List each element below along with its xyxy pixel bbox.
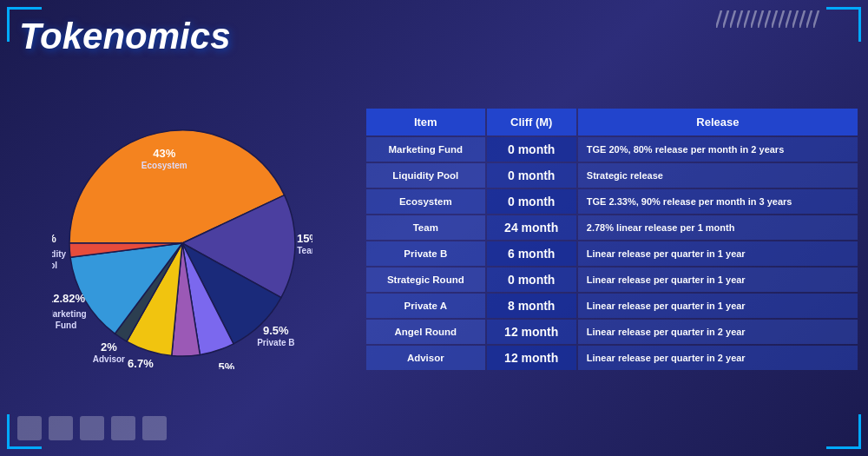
cell-cliff: 24 month — [487, 215, 576, 240]
svg-text:5%: 5% — [219, 360, 235, 369]
cell-release: 2.78% linear release per 1 month — [578, 215, 858, 240]
svg-text:9.5%: 9.5% — [263, 324, 289, 337]
cell-item: Marketing Fund — [366, 137, 485, 162]
cell-release: TGE 2.33%, 90% release per month in 3 ye… — [578, 189, 858, 214]
col-header-item: Item — [366, 109, 485, 135]
corner-decoration-br — [826, 414, 861, 449]
cell-release: Linear release per quarter in 2 year — [578, 346, 858, 370]
table-row: Liquidity Pool0 monthStrategic release — [366, 163, 858, 188]
cell-cliff: 12 month — [487, 320, 576, 344]
diagonal-lines-decoration — [716, 10, 820, 28]
cell-item: Strategic Round — [366, 268, 485, 292]
table-row: Private B6 monthLinear release per quart… — [366, 241, 858, 266]
table-row: Strategic Round0 monthLinear release per… — [366, 268, 858, 292]
cell-cliff: 6 month — [487, 241, 576, 266]
table-row: Advisor12 monthLinear release per quarte… — [366, 346, 858, 370]
square-5 — [142, 416, 167, 440]
cell-item: Angel Round — [366, 320, 485, 344]
corner-decoration-tr — [826, 7, 861, 42]
table-row: Angel Round12 monthLinear release per qu… — [366, 320, 858, 344]
cell-release: TGE 20%, 80% release per month in 2 year… — [578, 137, 858, 162]
svg-text:Team: Team — [297, 246, 312, 255]
cell-cliff: 8 month — [487, 294, 576, 318]
tokenomics-table: Item Cliff (M) Release Marketing Fund0 m… — [365, 107, 859, 372]
corner-decoration-tl — [7, 7, 42, 42]
pie-chart: 43%Ecosystem15%Team9.5%Private B5%Strate… — [52, 109, 312, 369]
table-row: Team24 month2.78% linear release per 1 m… — [366, 215, 858, 240]
table-row: Ecosystem0 monthTGE 2.33%, 90% release p… — [366, 189, 858, 214]
cell-item: Ecosystem — [366, 189, 485, 214]
square-2 — [49, 416, 73, 440]
table-section: Item Cliff (M) Release Marketing Fund0 m… — [365, 65, 859, 413]
svg-text:Fund: Fund — [56, 321, 76, 330]
square-3 — [80, 416, 104, 440]
svg-text:2%: 2% — [101, 340, 117, 354]
cell-release: Linear release per quarter in 1 year — [578, 268, 858, 292]
cell-item: Liquidity Pool — [366, 163, 485, 188]
col-header-cliff: Cliff (M) — [487, 109, 576, 135]
table-row: Private A8 monthLinear release per quart… — [366, 294, 858, 318]
svg-text:Ecosystem: Ecosystem — [141, 161, 187, 170]
svg-text:Advisor: Advisor — [93, 354, 125, 364]
svg-text:Liquidity: Liquidity — [52, 249, 67, 259]
main-content: 43%Ecosystem15%Team9.5%Private B5%Strate… — [9, 65, 859, 413]
col-header-release: Release — [578, 109, 858, 135]
svg-rect-1 — [716, 10, 820, 28]
cell-item: Private B — [366, 241, 485, 266]
cell-item: Team — [366, 215, 485, 240]
svg-text:2%: 2% — [52, 232, 56, 245]
cell-cliff: 0 month — [487, 137, 576, 162]
svg-text:43%: 43% — [153, 147, 175, 160]
svg-text:12.82%: 12.82% — [52, 292, 86, 305]
svg-text:Marketing: Marketing — [52, 309, 87, 319]
svg-text:15%: 15% — [297, 232, 312, 245]
corner-decoration-bl — [7, 414, 42, 449]
svg-text:Private B: Private B — [257, 338, 294, 347]
square-4 — [111, 416, 135, 440]
pie-chart-section: 43%Ecosystem15%Team9.5%Private B5%Strate… — [9, 65, 356, 413]
cell-release: Linear release per quarter in 1 year — [578, 294, 858, 318]
cell-cliff: 0 month — [487, 163, 576, 188]
svg-text:6.7%: 6.7% — [128, 357, 154, 369]
svg-text:Pool: Pool — [52, 261, 57, 270]
table-row: Marketing Fund0 monthTGE 20%, 80% releas… — [366, 137, 858, 162]
cell-cliff: 12 month — [487, 346, 576, 370]
cell-release: Linear release per quarter in 2 year — [578, 320, 858, 344]
page-title: Tokenomics — [19, 16, 231, 57]
cell-item: Advisor — [366, 346, 485, 370]
cell-cliff: 0 month — [487, 268, 576, 292]
cell-release: Linear release per quarter in 1 year — [578, 241, 858, 266]
cell-item: Private A — [366, 294, 485, 318]
cell-cliff: 0 month — [487, 189, 576, 214]
cell-release: Strategic release — [578, 163, 858, 188]
